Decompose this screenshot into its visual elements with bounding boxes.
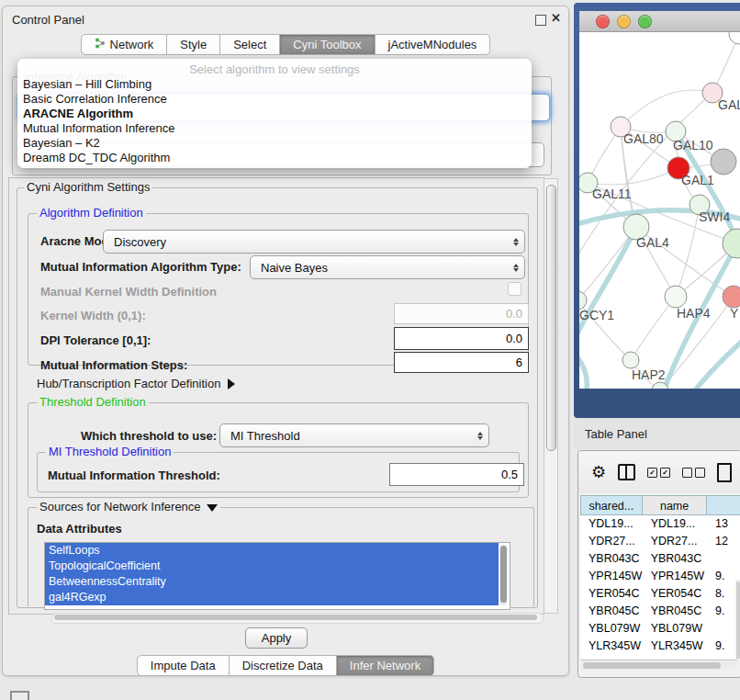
control-panel-window: Control Panel ✕ NetworkStyleSelectCyni T… — [2, 6, 569, 676]
mi-type-combo[interactable]: Naive Bayes — [250, 255, 525, 279]
table-cell[interactable]: YBL079W — [580, 620, 643, 638]
algorithm-option[interactable]: Mutual Information Inference — [23, 121, 526, 136]
table-row[interactable]: YDL19...YDL19...13 — [580, 515, 740, 533]
mi-threshold-label: Mutual Information Threshold: — [48, 469, 220, 482]
node-label: HAP4 — [677, 306, 711, 321]
which-threshold-combo[interactable]: MI Threshold — [219, 423, 489, 447]
algorithm-option[interactable]: Basic Correlation Inference — [23, 92, 526, 107]
float-panel-icon[interactable] — [535, 15, 546, 26]
close-icon[interactable]: ✕ — [551, 11, 561, 25]
dpi-tolerance-field[interactable]: 0.0 — [394, 327, 529, 350]
network-node-hap2[interactable] — [622, 352, 639, 368]
network-node[interactable] — [729, 32, 740, 44]
algorithm-option[interactable]: Dream8 DC_TDC Algorithm — [23, 151, 526, 165]
select-all-icon[interactable]: ✓✓ — [647, 468, 670, 478]
table-horizontal-scrollbar[interactable] — [581, 660, 737, 671]
column-header[interactable] — [707, 495, 740, 515]
mi-steps-field[interactable]: 6 — [394, 352, 529, 373]
docked-panel-icon[interactable] — [10, 691, 29, 700]
network-window-titlebar[interactable] — [579, 11, 740, 32]
horizontal-scrollbar[interactable] — [51, 613, 544, 624]
network-edge-thick — [579, 227, 636, 341]
table-cell[interactable]: YBR043C — [580, 550, 643, 568]
tab-infer-network[interactable]: Infer Network — [337, 655, 434, 676]
network-node-hap4[interactable] — [665, 286, 687, 308]
node-label: GAL80 — [623, 131, 664, 146]
algorithm-option[interactable]: Bayesian – K2 — [23, 136, 526, 151]
table-cell[interactable]: 12 — [707, 533, 740, 550]
table-cell[interactable]: YDR27... — [580, 533, 643, 550]
network-node-y[interactable] — [723, 286, 740, 308]
network-edge-thick — [579, 354, 587, 389]
table-cell[interactable]: YBR043C — [643, 550, 707, 568]
tab-impute-data[interactable]: Impute Data — [137, 655, 230, 676]
algorithm-option[interactable]: Bayesian – Hill Climbing — [23, 77, 526, 92]
table-cell[interactable]: YPR145W — [580, 568, 643, 585]
kernel-width-field[interactable]: 0.0 — [394, 303, 529, 324]
table-cell[interactable]: YBR045C — [580, 603, 643, 620]
mac-minimize-button[interactable] — [617, 15, 631, 28]
gear-icon[interactable]: ⚙ — [591, 462, 606, 482]
mi-threshold-field[interactable]: 0.5 — [389, 463, 524, 486]
tab-cyni-toolbox[interactable]: Cyni Toolbox — [280, 34, 375, 55]
table-cell[interactable]: YBR045C — [643, 603, 707, 620]
deselect-all-icon[interactable] — [682, 468, 705, 478]
sources-group-toggle[interactable]: Sources for Network Inference — [37, 501, 220, 513]
attribute-item[interactable]: gal4RGexp — [45, 590, 499, 605]
table-cell[interactable]: YER054C — [643, 585, 707, 603]
table-cell[interactable] — [707, 550, 740, 568]
attribute-item[interactable]: TopologicalCoefficient — [45, 559, 499, 574]
table-row[interactable]: YDR27...YDR27...12 — [580, 533, 740, 550]
new-column-icon[interactable] — [717, 463, 732, 482]
table-row[interactable]: YLR345WYLR345W9. — [580, 638, 740, 655]
cyni-settings-group-title: Cyni Algorithm Settings — [24, 181, 152, 193]
table-row[interactable]: YBR043CYBR043C — [580, 550, 740, 568]
tab-network[interactable]: Network — [81, 34, 168, 55]
table-cell[interactable]: YPR145W — [643, 568, 707, 585]
tab-style[interactable]: Style — [167, 34, 220, 55]
table-cell[interactable]: YER054C — [580, 585, 643, 603]
table-cell[interactable]: YBL079W — [643, 620, 707, 638]
table-toolbar: ⚙ ✓✓ — [578, 451, 740, 493]
apply-button[interactable]: Apply — [245, 627, 308, 649]
attribute-item[interactable]: BetweennessCentrality — [45, 574, 499, 590]
network-node-gcy1[interactable] — [579, 291, 587, 310]
list-scrollbar[interactable] — [499, 545, 507, 605]
table-cell[interactable]: YIL052C — [643, 655, 707, 659]
tab-label: Impute Data — [151, 656, 216, 675]
table-row[interactable]: YBL079WYBL079W — [580, 620, 740, 638]
tab-select[interactable]: Select — [220, 34, 280, 55]
table-row[interactable]: YIL052CYIL052C9 — [580, 655, 740, 659]
hub-section-label: Hub/Transcription Factor Definition — [37, 377, 220, 390]
table-row[interactable]: YPR145WYPR145W9. — [580, 568, 740, 585]
tab-discretize-data[interactable]: Discretize Data — [230, 655, 337, 676]
manual-kernel-checkbox[interactable] — [508, 282, 521, 296]
table-row[interactable]: YBR045CYBR045C9. — [580, 603, 740, 620]
tab-jactivemnodules[interactable]: jActiveMNodules — [376, 34, 491, 55]
algorithm-option[interactable]: ARACNE Algorithm — [23, 107, 526, 121]
table-cell[interactable]: YLR345W — [580, 638, 643, 655]
column-header-shared[interactable]: shared... — [580, 495, 643, 515]
aracne-mode-value: Discovery — [104, 235, 508, 249]
table-cell[interactable]: YIL052C — [580, 655, 643, 659]
network-node[interactable] — [711, 149, 736, 175]
hub-section-toggle[interactable]: Hub/Transcription Factor Definition — [37, 377, 235, 390]
split-columns-icon[interactable] — [618, 464, 635, 480]
attribute-item[interactable]: SelfLoops — [45, 543, 499, 559]
table-cell[interactable]: YDR27... — [643, 533, 707, 550]
network-node[interactable] — [723, 229, 740, 258]
table-row[interactable]: YER054CYER054C8. — [580, 585, 740, 603]
column-header-name[interactable]: name — [643, 495, 708, 515]
table-vertical-scrollbar[interactable] — [735, 580, 740, 659]
kernel-width-label: Kernel Width (0,1): — [40, 309, 146, 322]
network-canvas[interactable]: GALGAL80GAL10GAL1GAL11SWI4GAL4GCY1HAP4YH… — [579, 32, 740, 389]
table-cell[interactable]: YDL19... — [643, 515, 707, 533]
table-cell[interactable]: YDL19... — [580, 515, 643, 533]
settings-vertical-scrollbar[interactable] — [544, 178, 558, 614]
aracne-mode-combo[interactable]: Discovery — [103, 230, 525, 254]
table-cell[interactable]: 13 — [707, 515, 740, 533]
network-icon — [95, 35, 106, 54]
mac-close-button[interactable] — [596, 15, 610, 28]
table-cell[interactable]: YLR345W — [643, 638, 707, 655]
mac-zoom-button[interactable] — [638, 15, 652, 28]
